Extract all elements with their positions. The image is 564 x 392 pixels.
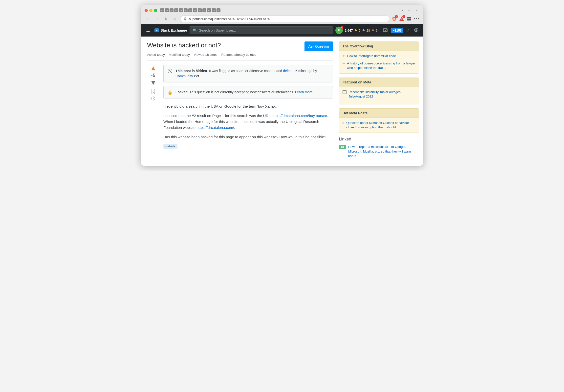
learn-more-link[interactable]: Learn more [295, 90, 313, 94]
url-text[interactable]: superuser.com/questions/1737401/%20/1737… [189, 17, 386, 21]
alert-icon[interactable]: ! 1 [399, 16, 405, 22]
post-paragraph-1: I recently did a search in the USA on Go… [163, 103, 333, 109]
extensions-icon[interactable] [406, 16, 412, 22]
vote-count: -5 [151, 73, 155, 78]
bookmark-button[interactable] [151, 89, 155, 95]
bookmark-icon-10[interactable]: ⊙ [202, 8, 206, 12]
bookmark-icon-13[interactable]: ⊙ [217, 8, 220, 12]
forward-button[interactable]: → [153, 15, 160, 22]
tab-close-button[interactable]: × [401, 8, 405, 12]
blog-item-2: ✏ A history of open-source licensing fro… [343, 61, 415, 70]
tags-container: website [163, 144, 333, 149]
hot-meta-content: 8 Question about Microsoft Outlook behav… [339, 118, 419, 133]
vote-up-button[interactable]: ▲ [150, 65, 157, 72]
hot-meta-link-1[interactable]: Question about Microsoft Outlook behavio… [346, 121, 415, 130]
svg-point-7 [416, 18, 417, 19]
blog-item-1: ✏ How to interrogate unfamiliar code [343, 54, 415, 58]
url-link-1[interactable]: https://drcatalona.com/buy-xanax/ [271, 114, 327, 118]
linked-link-1[interactable]: How to report a malicious site to Google… [348, 145, 419, 158]
url-link-2[interactable]: https://drcatalona.com/ [196, 125, 234, 130]
bookmark-icon-5[interactable]: ⊙ [179, 8, 183, 12]
bookmark-icon-12[interactable]: ⊙ [212, 8, 216, 12]
svg-text:U: U [338, 29, 340, 32]
featured-meta-title: Featured on Meta [339, 78, 419, 87]
hidden-icon [168, 69, 173, 75]
brave-shield-icon[interactable]: B 3 [391, 16, 397, 22]
deleted-link[interactable]: deleted [283, 69, 295, 73]
minimize-button[interactable] [149, 9, 152, 12]
bookmark-icon-2[interactable]: ⊙ [165, 8, 169, 12]
bookmark-icon-8[interactable]: ⊙ [193, 8, 197, 12]
new-tab-button[interactable]: + [406, 7, 412, 13]
linked-section: Linked 15 How to report a malicious site… [339, 137, 423, 158]
bookmark-icon-1[interactable]: ⊙ [160, 8, 164, 12]
lock-icon: 🔒 [168, 90, 173, 95]
vote-down-button[interactable]: ▼ [150, 79, 157, 86]
tag-website[interactable]: website [163, 144, 177, 149]
question-meta: Asked today Modified today Viewed 18 tim… [147, 53, 333, 57]
svg-rect-2 [407, 17, 409, 19]
svg-line-16 [169, 70, 172, 73]
svg-point-8 [418, 18, 419, 19]
reload-button[interactable]: ↻ [162, 15, 169, 22]
meta-link-1[interactable]: Recent site instability, major outages –… [348, 90, 415, 99]
brave-count-badge: 3 [395, 15, 398, 18]
gold-badge-dot [355, 29, 357, 31]
address-bar[interactable]: 🔒 superuser.com/questions/1737401/%20/17… [180, 16, 389, 22]
bookmark-icon-6[interactable]: ⊙ [184, 8, 188, 12]
svg-point-6 [414, 18, 415, 19]
question-block: ▲ -5 ▼ [147, 60, 333, 153]
bronze-badge-dot [372, 29, 374, 31]
back-button[interactable]: ← [145, 15, 152, 22]
svg-text:!: ! [401, 18, 402, 20]
se-header: ☰ ≡ Stack Exchange 🔍 Search on Super Use… [141, 24, 423, 37]
pencil-icon-1: ✏ [343, 54, 345, 58]
achievements-button[interactable]: +1155 [391, 28, 404, 33]
site-switcher-button[interactable] [412, 26, 420, 35]
locked-notice-text: Locked. This question is not currently a… [175, 90, 314, 95]
search-bar[interactable]: 🔍 Search on Super User... [190, 26, 333, 34]
more-actions-icon[interactable] [413, 16, 419, 22]
ask-question-button[interactable]: Ask Question [304, 41, 333, 51]
modified-value: today [182, 53, 190, 57]
bookmarks-bar: ⊙ ⊙ ⊙ ⊙ ⊙ ⊙ ⊙ ⊙ ⊙ ⊙ ⊙ ⊙ ⊙ [160, 8, 220, 12]
bronze-badge-count: 34 [376, 29, 379, 32]
blog-link-2[interactable]: A history of open-source licensing from … [347, 61, 415, 70]
help-button[interactable]: ? [405, 27, 411, 34]
bookmark-icon-3[interactable]: ⊙ [170, 8, 174, 12]
blog-link-1[interactable]: How to interrogate unfamiliar code [347, 54, 396, 58]
se-content: Website is hacked or not? Ask Question A… [141, 37, 339, 166]
browser-titlebar: ⊙ ⊙ ⊙ ⊙ ⊙ ⊙ ⊙ ⊙ ⊙ ⊙ ⊙ ⊙ ⊙ × + › [141, 5, 423, 13]
hot-meta-box: Hot Meta Posts 8 Question about Microsof… [339, 108, 419, 133]
svg-rect-4 [407, 19, 409, 20]
user-avatar[interactable]: U 6 [335, 27, 343, 34]
hot-meta-title: Hot Meta Posts [339, 109, 419, 118]
history-button[interactable] [151, 96, 155, 102]
bookmark-icon-4[interactable]: ⊙ [174, 8, 178, 12]
maximize-button[interactable] [154, 9, 157, 12]
inbox-button[interactable] [382, 26, 389, 35]
post-paragraph-3: Has this website been hacked for this pa… [163, 134, 333, 140]
hot-meta-item-1: 8 Question about Microsoft Outlook behav… [343, 121, 415, 130]
tab-list-button[interactable]: › [413, 7, 419, 13]
roomba-value: already deleted [235, 53, 257, 57]
bookmark-icon-7[interactable]: ⊙ [188, 8, 192, 12]
browser-actions: B 3 ! 1 [391, 16, 419, 22]
search-icon: 🔍 [193, 28, 197, 32]
gold-badge-count: 5 [359, 29, 360, 32]
community-link[interactable]: Community [175, 74, 193, 78]
alert-count-badge: 1 [402, 15, 405, 18]
hamburger-menu-button[interactable]: ☰ [144, 26, 152, 35]
featured-meta-box: Featured on Meta Recent site instability… [339, 78, 419, 104]
meta-item-1: Recent site instability, major outages –… [343, 90, 415, 99]
stack-exchange-logo[interactable]: ≡ Stack Exchange [154, 28, 187, 32]
hot-meta-score-1: 8 [343, 121, 344, 125]
close-button[interactable] [145, 9, 148, 12]
bookmark-star-button[interactable]: ☆ [171, 15, 178, 22]
viewed-value: 18 times [205, 53, 217, 57]
asked-value: today [157, 53, 165, 57]
linked-score-1: 15 [339, 145, 346, 149]
bookmark-icon-11[interactable]: ⊙ [207, 8, 211, 12]
bookmark-icon-9[interactable]: ⊙ [198, 8, 202, 12]
linked-item-1: 15 How to report a malicious site to Goo… [339, 145, 419, 158]
